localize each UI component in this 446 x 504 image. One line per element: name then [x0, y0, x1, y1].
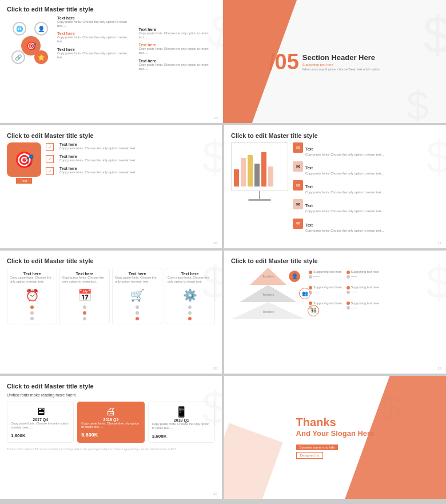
- s4-b3: Copy paste fonts. Choose the only option…: [115, 276, 160, 284]
- b1a-text: Supporting text here: [313, 270, 342, 274]
- item2-body: Copy paste fonts. Choose the only option…: [59, 158, 139, 162]
- slide1-icons: 🌐 🎯 👤 🔗: [7, 16, 53, 71]
- s4-h3: Text here: [129, 272, 146, 276]
- s4-dots-1: [30, 305, 34, 320]
- slide-2: $ Click to edit Master title style 🎯 Tex…: [0, 125, 222, 248]
- slide1-rb1: Copy paste fonts. Choose the only option…: [139, 31, 216, 39]
- slide4-num: 28: [213, 367, 217, 370]
- s4-dots-3: [136, 305, 139, 320]
- thanks-tags: Speaker name and title Designed by: [296, 445, 375, 459]
- b3b-dot: [347, 301, 350, 305]
- s6-body-2: Copy paste fonts. Choose the only option…: [81, 422, 140, 428]
- watermark-r1: $: [423, 6, 446, 65]
- b2a-text2: ——: [313, 290, 320, 294]
- section-number: /05: [269, 49, 299, 74]
- link-icon: 🔗: [11, 50, 25, 64]
- b2b-dot: [347, 286, 350, 289]
- slide1-rh1: Text here: [139, 27, 216, 31]
- s6-val-1: 1,600K: [11, 433, 70, 438]
- pyramid-tier-2: Text here 👥: [240, 285, 297, 302]
- slide5-title: Click to edit Master title style: [231, 257, 439, 264]
- s6-col-1: 🖥 2017 Q4 Copy paste fonts. Choose the o…: [7, 402, 74, 443]
- slide1-left-content: 🌐 🎯 👤 🔗: [7, 16, 216, 71]
- item1-body: Copy paste fonts. Choose the only option…: [59, 146, 139, 150]
- slide-3: $ Click to edit Master title style: [224, 125, 446, 248]
- bar-3: [248, 155, 253, 186]
- pyr-label-1: Text here: [262, 275, 274, 278]
- icon-msg-1: ✉: [293, 142, 303, 153]
- dot-g-1a: [30, 311, 34, 315]
- pyr-person-1: 👤: [289, 271, 300, 282]
- dot-g-2a: [83, 305, 86, 309]
- b1b-dot: [347, 271, 350, 274]
- slide3-body: ✉ Text Copy paste fonts. Choose the only…: [231, 142, 439, 237]
- slide1-rb3: Copy paste fonts. Choose the only option…: [139, 63, 216, 71]
- watermark-r2: $: [407, 83, 429, 123]
- icon-msg-4: ✉: [293, 199, 303, 209]
- s6-year-2: 2018 Q2: [81, 418, 140, 422]
- s3-l4: Text: [305, 204, 313, 208]
- s3-b2: Copy paste fonts. Choose the only option…: [305, 172, 385, 176]
- slide2-item-1: ✓ Text here Copy paste fonts. Choose the…: [46, 142, 215, 151]
- icon-msg-2: ✉: [293, 161, 303, 172]
- s6-val-3: 3,600K: [152, 434, 211, 439]
- slide2-target: 🎯 Text: [7, 142, 41, 184]
- s4-icon-4: ⚙️: [183, 288, 197, 302]
- slide4-title: Click to edit Master title style: [7, 257, 215, 264]
- tag-designed: Designed by: [296, 452, 323, 459]
- chart-bars-container: [234, 146, 285, 186]
- bullet-col-2a: Supporting text here ——: [309, 285, 342, 294]
- slide5-body: Text here 👤 Text here 👥 Text here 👫: [231, 268, 439, 319]
- s4-icon-1: ⏰: [25, 288, 39, 302]
- bullet-col-1b: Supporting text here ——: [347, 270, 380, 279]
- b1a-text2: ——: [313, 275, 320, 279]
- slide-4: $ Click to edit Master title style Text …: [0, 251, 222, 374]
- s4-dots-2: [83, 305, 86, 320]
- s3-b1: Copy paste fonts. Choose the only option…: [305, 153, 385, 157]
- person-icon: 👤: [34, 22, 48, 35]
- bar-1: [234, 169, 239, 186]
- s3-l5: Text: [305, 223, 313, 227]
- b3b-text2: ——: [351, 306, 357, 310]
- dot-o-3: [136, 317, 139, 320]
- slide6-note: Theme color makes PPT more convenient to…: [7, 447, 215, 451]
- bullet-row-3: Supporting text here —— Supporting text …: [309, 301, 439, 310]
- slide1-rh2: Text here: [139, 43, 216, 47]
- slide1-h1: Text here: [57, 16, 134, 20]
- dot-o-2: [83, 311, 86, 315]
- slide1-text-left: Text here Copy paste fonts. Choose the o…: [57, 16, 134, 71]
- icon-msg-3: ✉: [293, 180, 303, 191]
- slide6-columns: 🖥 2017 Q4 Copy paste fonts. Choose the o…: [7, 402, 215, 443]
- s4-h1: Text here: [23, 272, 41, 276]
- section-content: /05 Section Header Here Supporting text …: [269, 49, 380, 74]
- slide3-list: ✉ Text Copy paste fonts. Choose the only…: [293, 142, 439, 237]
- s6-year-1: 2017 Q4: [11, 418, 70, 422]
- s3-b3: Copy paste fonts. Choose the only option…: [305, 191, 385, 195]
- slide1-title: Click to edit Master title style: [7, 6, 216, 13]
- slide4-col-2: Text here Copy paste fonts. Choose the o…: [59, 268, 110, 324]
- bullet-col-3b: Supporting text here ——: [347, 301, 380, 310]
- s4-b2: Copy paste fonts. Choose the only option…: [62, 276, 107, 284]
- slide1-left: $ Click to edit Master title style 🌐 🎯: [0, 0, 223, 123]
- slide1-rh3: Text here: [139, 59, 216, 63]
- b2b-text: Supporting text here: [351, 285, 380, 289]
- slide-5: $ Click to edit Master title style Text …: [224, 251, 446, 374]
- b1b-text: Supporting text here: [351, 270, 380, 274]
- thanks-slogan: And Your Slogan Here: [296, 429, 375, 438]
- chart-board: [231, 142, 288, 191]
- checkbox-3: ✓: [46, 167, 54, 175]
- slide1-right: $ $ /05 Section Header Here Supporting t…: [223, 0, 446, 123]
- dot-g-4a: [188, 305, 192, 309]
- slide1-text-right: Text here Copy paste fonts. Choose the o…: [139, 16, 216, 71]
- pyr-icon-1: 👤: [289, 271, 300, 282]
- slide1-b2: Copy paste fonts. Choose the only option…: [57, 35, 134, 43]
- bar-2: [241, 158, 246, 186]
- pyr-icon-2: 👥: [299, 288, 310, 299]
- slide3-num: 27: [437, 241, 441, 245]
- slide6-subtitle: Unified fonts make reading more fluent.: [7, 393, 215, 397]
- slide3-title: Click to edit Master title style: [231, 132, 439, 139]
- thanks-diag-bar2: [224, 423, 283, 499]
- s6-icon-3: 📱: [152, 406, 211, 418]
- s3-l3: Text: [305, 185, 313, 189]
- s6-body-3: Copy paste fonts. Choose the only option…: [152, 422, 211, 430]
